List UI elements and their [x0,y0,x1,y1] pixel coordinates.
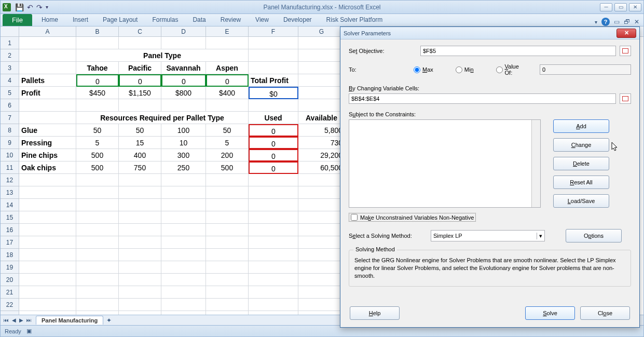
reset-all-button[interactable]: Reset All [553,176,609,189]
cell-panel-type[interactable]: Panel Type [76,49,249,62]
cell[interactable]: Aspen [206,62,249,74]
ribbon-tab-page-layout[interactable]: Page Layout [95,14,145,26]
minimize-button[interactable]: ─ [600,3,612,11]
set-objective-picker[interactable] [620,46,631,56]
cell[interactable] [119,236,161,249]
sheet-tab-panel-manufacturing[interactable]: Panel Manufacturing [36,316,103,325]
cell[interactable]: Pacific [119,62,161,74]
col-header-c[interactable]: C [119,26,161,36]
cell[interactable] [249,299,298,311]
cell[interactable] [119,224,161,236]
cell[interactable] [76,249,119,261]
cell[interactable]: 50 [76,124,119,137]
row-header[interactable]: 7 [1,112,19,124]
row-header[interactable]: 9 [1,137,19,149]
row-header[interactable]: 13 [1,186,19,199]
cell[interactable] [298,299,345,311]
cell[interactable]: 60,500 [298,161,345,174]
cell[interactable] [19,186,76,199]
row-header[interactable]: 1 [1,37,19,49]
cell[interactable] [19,37,76,49]
cell[interactable]: 29,200 [298,149,345,161]
cell[interactable]: 15 [119,137,161,149]
cell[interactable] [19,49,76,62]
cell[interactable] [119,99,161,112]
col-header-g[interactable]: G [298,26,345,36]
cell[interactable] [76,274,119,286]
cell[interactable] [298,74,345,87]
cell[interactable] [249,236,298,249]
ribbon-restore-icon[interactable]: 🗗 [624,18,630,25]
cell[interactable]: Glue [19,124,76,137]
cell[interactable] [298,49,345,62]
cell[interactable]: 0 [119,74,161,87]
options-button[interactable]: Options [566,229,622,242]
cell[interactable]: 0 [161,74,206,87]
cell[interactable] [161,186,206,199]
cell[interactable] [119,249,161,261]
radio-max[interactable]: Max [414,66,433,73]
cell[interactable]: Available [298,112,345,124]
cell[interactable] [161,174,206,186]
macro-rec-icon[interactable]: ▣ [26,328,32,334]
changing-cells-picker[interactable] [620,93,631,104]
cell[interactable] [206,261,249,274]
cell[interactable] [19,199,76,211]
cell[interactable] [161,286,206,299]
solving-method-select[interactable]: Simplex LP ▾ [431,230,545,241]
radio-min-input[interactable] [456,66,462,73]
cell[interactable]: 0 [249,137,298,149]
cell[interactable] [76,199,119,211]
cell[interactable] [19,99,76,112]
sheet-nav-prev-icon[interactable]: ◀ [11,317,17,323]
cell[interactable] [298,99,345,112]
cell[interactable]: 300 [161,149,206,161]
cell[interactable] [249,249,298,261]
cell[interactable] [206,211,249,224]
row-header[interactable]: 10 [1,149,19,161]
cell[interactable] [206,299,249,311]
cell[interactable]: Used [249,112,298,124]
row-header[interactable]: 4 [1,74,19,87]
ribbon-tab-formulas[interactable]: Formulas [145,14,185,26]
cell[interactable]: Pine chips [19,149,76,161]
radio-min[interactable]: Min [456,66,474,73]
solve-button[interactable]: Solve [525,306,575,320]
radio-valueof[interactable]: Value Of: [496,63,525,76]
cell[interactable]: 50 [206,124,249,137]
cell[interactable]: Total Profit [249,74,298,87]
cell[interactable]: Profit [19,87,76,99]
cell[interactable]: 0 [76,74,119,87]
cell[interactable] [161,299,206,311]
cell[interactable] [19,112,76,124]
cell[interactable] [161,274,206,286]
cell[interactable]: 500 [206,161,249,174]
constraints-list[interactable] [349,119,541,208]
cell[interactable] [19,261,76,274]
cell[interactable]: 250 [161,161,206,174]
cell[interactable] [161,211,206,224]
sheet-nav-next-icon[interactable]: ▶ [18,317,24,323]
cell[interactable] [206,236,249,249]
row-header[interactable]: 12 [1,174,19,186]
radio-max-input[interactable] [414,66,420,73]
cell[interactable] [206,224,249,236]
cell[interactable] [249,286,298,299]
col-header-f[interactable]: F [249,26,298,36]
col-header-d[interactable]: D [161,26,206,36]
cell[interactable] [298,274,345,286]
cell[interactable] [76,37,119,49]
row-header[interactable]: 19 [1,261,19,274]
cell[interactable] [76,186,119,199]
cell[interactable] [119,174,161,186]
cell[interactable]: 750 [119,161,161,174]
cell[interactable] [298,224,345,236]
cell[interactable] [206,274,249,286]
set-objective-input[interactable] [420,46,616,56]
cell[interactable]: 0 [206,74,249,87]
cell[interactable]: Pallets [19,74,76,87]
ribbon-dropdown-icon[interactable]: ▾ [595,19,597,25]
cell[interactable]: 10 [161,137,206,149]
cell[interactable] [206,286,249,299]
cell[interactable] [249,274,298,286]
